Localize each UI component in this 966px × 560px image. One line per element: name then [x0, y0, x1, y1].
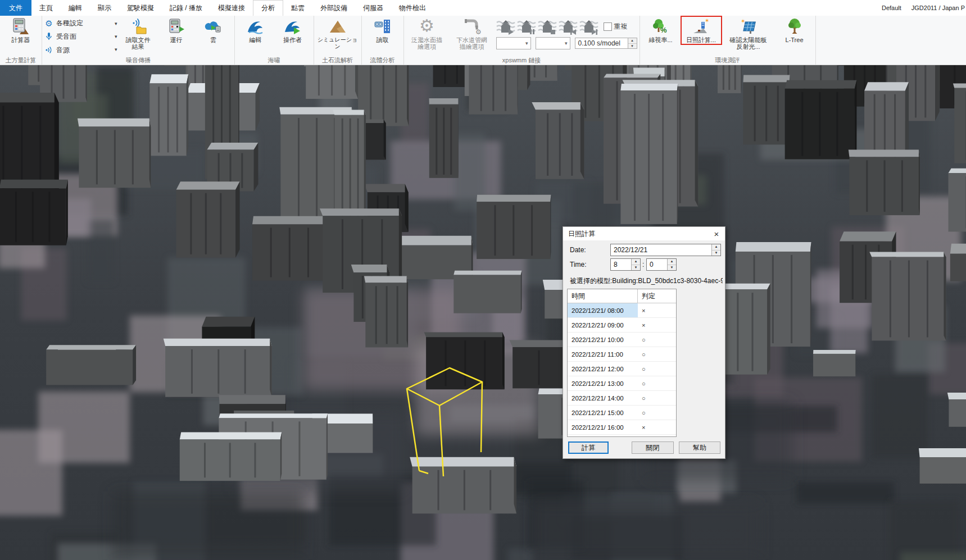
row-time: 2022/12/21/ 15:00: [568, 406, 638, 420]
menu-bar: 文件 主頁 編輯 顯示 駕駛模擬 記錄 / 播放 模擬連接 分析 點雲 外部設備…: [0, 0, 966, 16]
group-fluid: 讀取 流體分析: [362, 16, 404, 65]
group-fluid-label: 流體分析: [364, 56, 401, 65]
status-crs: JGD2011 / Japan P: [911, 4, 965, 11]
sunlight-calc-label: 日照計算...: [686, 37, 716, 43]
cloud-button[interactable]: 雲: [195, 17, 232, 44]
date-field[interactable]: 2022/12/21 ▲▼: [610, 244, 721, 256]
close-icon[interactable]: ×: [708, 227, 725, 240]
row-time: 2022/12/21/ 14:00: [568, 391, 638, 405]
folder-waves-icon: [129, 17, 147, 35]
date-spinner[interactable]: ▲▼: [711, 244, 720, 256]
table-row[interactable]: 2022/12/21/ 14:00 ○: [568, 391, 676, 406]
table-row[interactable]: 2022/12/21/ 11:00 ○: [568, 347, 676, 362]
tab-analysis[interactable]: 分析: [253, 0, 283, 16]
playback-next-icon[interactable]: [579, 18, 598, 35]
sewer-network-options-label: 下水道管網 描繪選項: [456, 37, 487, 50]
chevron-down-icon[interactable]: ▾: [115, 32, 117, 41]
results-table[interactable]: 時間 判定 2022/12/21/ 08:00 × 2022/12/21/ 09…: [567, 289, 677, 437]
tab-file[interactable]: 文件: [0, 0, 31, 16]
various-settings-button[interactable]: ⚙ 各種設定: [44, 18, 83, 28]
tab-display[interactable]: 顯示: [90, 0, 119, 16]
table-row[interactable]: 2022/12/21/ 15:00 ○: [568, 406, 676, 420]
tsunami-operator-button[interactable]: 操作者: [274, 17, 311, 44]
calculator-button[interactable]: 計算器: [2, 17, 39, 44]
solar-panel-label: 確認太陽能板 反射光...: [730, 37, 767, 50]
table-row[interactable]: 2022/12/21/ 08:00 ×: [568, 303, 676, 318]
tab-server[interactable]: 伺服器: [355, 0, 391, 16]
dialog-titlebar[interactable]: 日照計算 ×: [563, 227, 725, 240]
calculate-button[interactable]: 計算: [568, 441, 609, 454]
debris-simulation-button[interactable]: シミュレーション: [316, 17, 359, 51]
table-row[interactable]: 2022/12/21/ 16:00 ×: [568, 420, 676, 435]
row-result: ○: [638, 333, 676, 347]
green-tree-percent-icon: %: [652, 17, 670, 35]
dialog-title: 日照計算: [568, 229, 595, 239]
group-tsunami: 編輯 操作者 海嘯: [235, 16, 314, 65]
ltree-button[interactable]: L-Tree: [776, 17, 813, 44]
ltree-label: L-Tree: [786, 37, 804, 43]
tab-edit[interactable]: 編輯: [61, 0, 90, 16]
tab-point-cloud[interactable]: 點雲: [283, 0, 312, 16]
tab-sim-connect[interactable]: 模擬連接: [210, 0, 253, 16]
tab-driving-sim[interactable]: 駕駛模擬: [119, 0, 162, 16]
mountain-icon: [329, 17, 347, 35]
xpswmm-combo-1[interactable]: ▾: [496, 37, 531, 49]
hour-spinner[interactable]: ▲▼: [631, 259, 640, 270]
tsunami-edit-label: 編輯: [250, 37, 262, 43]
table-row[interactable]: 2022/12/21/ 10:00 ○: [568, 333, 676, 347]
table-row[interactable]: 2022/12/21/ 09:00 ×: [568, 318, 676, 333]
wave-play-icon: [284, 17, 302, 35]
sunlight-calc-button[interactable]: ✶ 日照計算...: [682, 17, 721, 44]
solar-panel-button[interactable]: ✶ 確認太陽能板 反射光...: [723, 17, 774, 51]
calculator-icon: [12, 17, 30, 35]
svg-text:⚙: ⚙: [475, 28, 481, 35]
read-file-results-button[interactable]: 讀取文件 結果: [119, 17, 158, 51]
tab-object-detect[interactable]: 物件檢出: [391, 0, 434, 16]
time-hour-field[interactable]: 8 ▲▼: [610, 258, 641, 271]
read-file-results-label: 讀取文件 結果: [126, 37, 151, 50]
sound-source-button[interactable]: 音源: [44, 45, 83, 55]
row-time: 2022/12/21/ 12:00: [568, 362, 638, 376]
wave-icon: [247, 17, 265, 35]
table-row[interactable]: 2022/12/21/ 13:00 ○: [568, 376, 676, 391]
selected-model-text: 被選擇的模型:Building:BLD_50bdc1c3-8030-4aec-9…: [570, 276, 723, 286]
calculator-label: 計算器: [12, 37, 30, 43]
spinner-buttons[interactable]: ▲▼: [628, 38, 637, 49]
group-xpswmm: ⚙ 泛濫水面描 繪選項 ⚙ 下水道管網 描繪選項: [404, 16, 640, 65]
group-env-label: 環境測評: [642, 56, 813, 65]
sewer-network-options-button[interactable]: ⚙ 下水道管網 描繪選項: [451, 17, 493, 51]
chevron-down-icon: ▾: [523, 40, 530, 46]
table-row[interactable]: 2022/12/21/ 12:00 ○: [568, 362, 676, 376]
fluid-read-button[interactable]: 讀取: [364, 17, 401, 44]
3d-viewport[interactable]: 日照計算 × Date: 2022/12/21 ▲▼ Time: 8 ▲▼ : …: [0, 65, 966, 560]
green-rate-button[interactable]: % 綠視率...: [642, 17, 679, 44]
playback-pause-icon[interactable]: [517, 18, 536, 35]
playback-prev-icon[interactable]: [559, 18, 578, 35]
xpswmm-combo-2[interactable]: ▾: [536, 37, 570, 49]
group-env: % 綠視率... ✶ 日照計算... ✶: [640, 16, 816, 65]
group-xpswmm-label: xpswmm 鏈接: [406, 56, 637, 65]
minute-spinner[interactable]: ▲▼: [667, 259, 676, 270]
help-button[interactable]: 幫助: [679, 441, 720, 454]
close-button[interactable]: 關閉: [632, 441, 674, 454]
tab-external-devices[interactable]: 外部設備: [312, 0, 355, 16]
time-colon: :: [642, 261, 644, 268]
sound-waves-icon: [44, 45, 53, 54]
playback-play-icon[interactable]: [496, 18, 515, 35]
playback-stop-icon[interactable]: [538, 18, 557, 35]
time-minute-field[interactable]: 0 ▲▼: [646, 258, 677, 271]
chevron-down-icon[interactable]: ▾: [115, 45, 117, 54]
row-result: ○: [638, 347, 676, 361]
tab-record-play[interactable]: 記錄 / 播放: [162, 0, 210, 16]
run-button[interactable]: 運行: [158, 17, 195, 44]
group-noise-label: 噪音傳播: [44, 56, 232, 65]
chevron-down-icon[interactable]: ▾: [115, 19, 117, 28]
row-time: 2022/12/21/ 08:00: [568, 303, 638, 317]
step-spinner[interactable]: 0.100 s/model ▲▼: [575, 38, 637, 49]
sound-surface-button[interactable]: 受音面: [44, 31, 83, 42]
repeat-checkbox[interactable]: 重複: [604, 22, 628, 31]
tsunami-edit-button[interactable]: 編輯: [237, 17, 274, 44]
col-time-header: 時間: [568, 289, 638, 303]
tab-home[interactable]: 主頁: [31, 0, 61, 16]
flood-surface-options-button[interactable]: ⚙ 泛濫水面描 繪選項: [406, 17, 448, 51]
